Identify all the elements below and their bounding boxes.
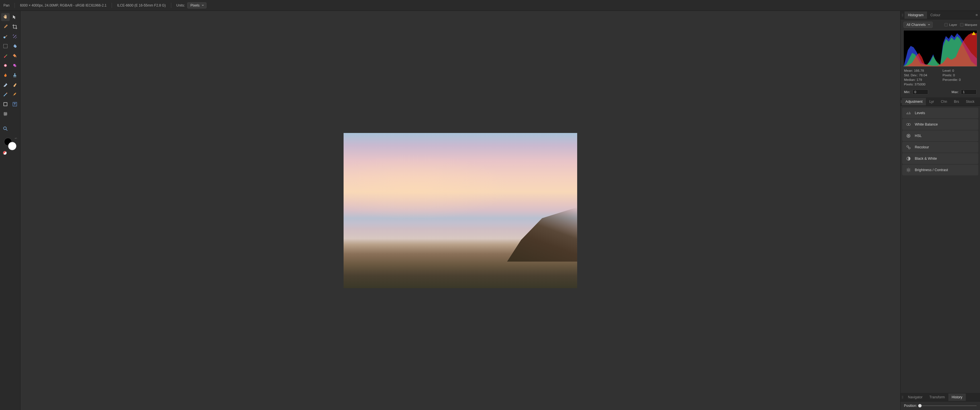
tab-history[interactable]: History [948,394,966,401]
gradient-tool[interactable] [1,91,10,99]
tab-navigator[interactable]: Navigator [905,394,926,401]
units-select[interactable]: Pixels [187,2,207,8]
mesh-warp-tool[interactable] [1,110,10,118]
active-tool-label: Pan [3,3,10,7]
recolour-icon [906,145,912,150]
adjustment-levels[interactable]: Levels [902,108,978,118]
panel-grip-icon[interactable]: || [900,396,905,399]
stat-median: Median: 179 [904,78,938,81]
histogram-stats: Mean: 166.78 Level: 0 Std. Dev.: 78.04 P… [900,67,980,88]
levels-icon [906,110,912,116]
stat-pixels: Pixels: 375000 [904,83,938,86]
zoom-tool[interactable] [1,125,10,133]
eraser-tool[interactable] [1,81,10,89]
crop-tool[interactable] [11,23,19,31]
color-picker-tool[interactable] [1,23,10,31]
image-info: 6000 × 4000px, 24.00MP, RGBA/8 - sRGB IE… [20,3,107,7]
svg-point-5 [6,92,7,94]
flood-select-tool[interactable] [11,42,19,50]
right-panel: || Histogram Colour ≡ All Channels Layer… [900,11,980,410]
adjustment-list: Levels White Balance HSL Recolour Black … [900,106,980,393]
foreground-color-swatch[interactable] [8,142,16,150]
clone-tool[interactable] [11,62,19,70]
adjustment-hsl[interactable]: HSL [902,130,978,141]
tab-stock[interactable]: Stock [963,98,978,105]
separator [171,3,171,8]
adjustment-recolour[interactable]: Recolour [902,142,978,153]
channels-select[interactable]: All Channels [904,22,933,28]
units-label: Units: [177,3,185,7]
adjustment-black-white[interactable]: Black & White [902,153,978,164]
svg-point-12 [907,146,908,147]
stamp-tool[interactable] [11,71,19,79]
max-label: Max: [951,90,959,94]
paint-brush-tool[interactable] [1,52,10,60]
pan-tool[interactable] [1,13,10,21]
tab-transform[interactable]: Transform [926,394,948,401]
swap-colors-icon[interactable]: ⤺ [15,137,17,140]
svg-point-8 [3,127,6,130]
panel-menu-icon[interactable]: ≡ [978,98,980,105]
separator [14,3,15,8]
min-label: Min: [904,90,910,94]
svg-rect-1 [3,44,7,48]
svg-rect-4 [14,65,16,67]
black-white-icon [906,156,912,161]
document-image [344,133,577,288]
navigator-panel-tabs: || Navigator Transform History ≡ [900,393,980,402]
white-balance-icon [906,122,912,127]
color-swatches: ⤺ [1,138,19,155]
pen-tool[interactable] [11,91,19,99]
text-tool[interactable] [11,100,19,108]
svg-point-15 [908,169,909,171]
marquee-checkbox[interactable]: Marquee [960,23,977,27]
heal-brush-tool[interactable] [1,62,10,70]
layer-checkbox[interactable]: Layer [944,23,957,27]
tools-panel: ⤺ [0,11,21,410]
panel-menu-icon[interactable]: ≡ [973,12,980,18]
histogram-panel-tabs: || Histogram Colour ≡ [900,11,980,19]
hsl-icon [906,133,912,139]
stat-mean: Mean: 166.78 [904,69,938,72]
stat-pixels-right: Pixels: 0 [943,73,977,77]
camera-info: ILCE-6600 (E 16-55mm F2.8 G) [117,3,166,7]
stat-stddev: Std. Dev.: 78.04 [904,73,938,77]
tab-lyr[interactable]: Lyr [926,98,937,105]
no-color-swatch[interactable] [3,151,7,155]
svg-rect-6 [4,103,7,106]
move-tool[interactable] [11,13,19,21]
top-info-bar: Pan 6000 × 4000px, 24.00MP, RGBA/8 - sRG… [0,0,980,11]
min-input[interactable] [913,89,928,95]
tab-adjustment[interactable]: Adjustment [902,98,926,105]
brightness-icon [906,167,912,173]
tab-colour[interactable]: Colour [927,11,944,19]
smudge-tool[interactable] [11,81,19,89]
fill-tool[interactable] [11,52,19,60]
shape-tool[interactable] [1,100,10,108]
burn-tool[interactable] [1,71,10,79]
tab-histogram[interactable]: Histogram [905,11,927,19]
panel-grip-icon[interactable]: || [900,13,905,16]
svg-point-13 [908,147,910,149]
position-label: Position: [904,404,917,408]
adjustment-white-balance[interactable]: White Balance [902,119,978,130]
magic-wand-tool[interactable] [11,32,19,40]
selection-brush-tool[interactable] [1,32,10,40]
max-input[interactable] [961,89,977,95]
stat-level: Level: 0 [943,69,977,72]
position-slider[interactable] [920,405,977,406]
marquee-tool[interactable] [1,42,10,50]
histogram-display [904,30,977,67]
tab-chn[interactable]: Chn [937,98,950,105]
clipping-warning-icon [972,32,976,35]
canvas-viewport[interactable] [21,11,900,410]
adjustment-panel-tabs: || Adjustment Lyr Chn Brs Stock ≡ [900,97,980,106]
tab-brs[interactable]: Brs [950,98,963,105]
adjustment-brightness-contrast[interactable]: Brightness / Contrast [902,165,978,175]
stat-percentile: Percentile: 0 [943,78,977,81]
